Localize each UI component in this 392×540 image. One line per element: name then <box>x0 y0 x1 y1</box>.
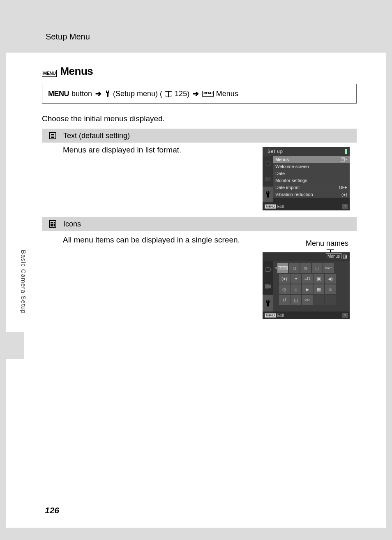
help-icon: ? <box>342 204 348 209</box>
vr-icon: (●) <box>341 192 347 197</box>
page-title-row: MENU Menus <box>42 65 93 78</box>
video-icon <box>265 284 271 288</box>
book-icon <box>165 91 172 97</box>
cam-list-footer: MENU Exit ? <box>263 203 350 210</box>
option-text-title: Text (default setting) <box>63 132 130 140</box>
side-tab: Basic Camera Setup <box>6 242 29 359</box>
section-header: Setup Menu <box>46 32 90 42</box>
sound-icon: ◀) <box>328 277 333 281</box>
welcome-icon: ◻ <box>293 266 296 270</box>
list-item: Date imprintOFF <box>273 184 350 191</box>
side-tab-label: Basic Camera Setup <box>20 250 27 314</box>
motion-icon: ✦ <box>294 277 298 281</box>
zoom-icon: ▣ <box>317 277 321 281</box>
card-icon: ◫ <box>294 298 298 302</box>
clock-icon: ◷ <box>304 266 308 270</box>
option-text-header: Text (default setting) <box>42 129 357 143</box>
format-icon: ⌂ <box>295 287 297 292</box>
help-icon: ? <box>342 313 348 318</box>
option-icons-body: All menu items can be displayed in a sin… <box>63 235 260 245</box>
date-icon: DATE <box>325 267 332 270</box>
af-icon: ≡D <box>304 277 310 281</box>
option-text-body: Menus are displayed in list format. <box>63 145 260 155</box>
grid-icon <box>343 254 347 258</box>
list-item: Menus <box>273 156 350 163</box>
tv-icon: ▦ <box>317 287 321 292</box>
list-icon <box>49 132 56 139</box>
grid-icon <box>49 220 56 228</box>
camera-icon <box>265 268 271 272</box>
cam-grid-cells: MENU ◻ ◷ ▢ DATE (●) ✦ ≡D ▣ ◀) ◶ ⌂ ▶ <box>273 261 350 312</box>
button-word: button <box>71 90 92 98</box>
cam-grid-footer: MENU Exit ? <box>263 312 350 319</box>
auto-off-icon: ◶ <box>282 287 286 292</box>
page-number: 126 <box>45 505 59 515</box>
menu-box-icon: MENU <box>42 70 57 77</box>
page-ref: 125) <box>175 90 189 98</box>
grid-menu-label: Menus <box>326 253 347 259</box>
intro-text: Choose the initial menus displayed. <box>42 114 165 123</box>
video-icon <box>265 177 271 181</box>
wrench-icon <box>265 300 271 307</box>
list-item: Welcome screen-- <box>273 163 350 170</box>
cam-list-title: Set up <box>263 147 350 156</box>
reset-icon: ↺ <box>283 298 286 302</box>
menu-label-icon: MENU <box>265 204 276 209</box>
menu-icon: MENU <box>278 266 288 270</box>
wrench-icon <box>105 90 111 97</box>
menu-box-icon: MENU <box>202 91 214 97</box>
option-icons-header: Icons <box>42 217 357 231</box>
camera-list-screenshot: Set up Menus Welcome screen-- Date-- Mon… <box>263 147 350 210</box>
arrow-icon: ➔ <box>95 89 101 98</box>
list-item: Date-- <box>273 170 350 177</box>
camera-grid-screenshot: Menus MENU ◻ ◷ ▢ DATE (●) <box>263 252 350 319</box>
arrow-icon: ➔ <box>193 89 199 98</box>
list-icon <box>341 157 345 162</box>
camera-icon <box>265 162 271 166</box>
list-item: Vibration reduction(●) <box>273 191 350 198</box>
language-icon: ▶ <box>306 287 309 292</box>
cam-list-tabs <box>263 156 273 203</box>
list-item: Monitor settings-- <box>273 177 350 184</box>
chevron-left-icon <box>275 267 277 269</box>
cam-grid-tabs <box>263 261 273 312</box>
menu-label-icon: MENU <box>265 313 276 318</box>
monitor-icon: ▢ <box>315 266 319 270</box>
blink-icon: ☺ <box>328 287 332 292</box>
chevron-right-icon <box>346 158 347 161</box>
menu-button-label: MENU <box>48 90 69 98</box>
cam-list-rows: Menus Welcome screen-- Date-- Monitor se… <box>273 156 350 203</box>
version-icon: Ver. <box>304 298 310 302</box>
menu-names-label: Menu names <box>306 239 348 248</box>
option-icons-title: Icons <box>63 220 81 228</box>
vr-icon: (●) <box>281 277 287 281</box>
page-title: Menus <box>60 65 93 78</box>
wrench-icon <box>265 191 271 198</box>
setup-menu-text: (Setup menu) ( <box>113 90 162 98</box>
path-target: Menus <box>216 90 238 98</box>
breadcrumb-path: MENU button ➔ (Setup menu) ( 125) ➔ MENU… <box>42 84 357 104</box>
